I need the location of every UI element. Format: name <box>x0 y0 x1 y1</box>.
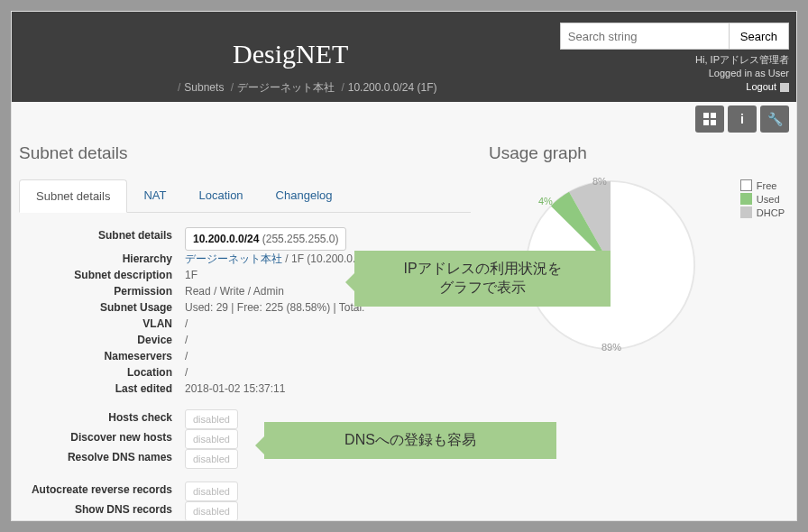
hierarchy-link[interactable]: デージーネット本社 <box>185 252 282 265</box>
breadcrumb: /Subnets /デージーネット本社 /10.200.0.0/24 (1F) <box>174 80 437 96</box>
brand-title: DesigNET <box>233 39 348 69</box>
tab-location[interactable]: Location <box>182 179 259 212</box>
legend-free: Free <box>757 180 777 191</box>
value-ns: / <box>185 348 471 364</box>
tab-nat[interactable]: NAT <box>127 179 182 212</box>
value-location: / <box>185 364 471 381</box>
tag-autorev: disabled <box>185 482 238 501</box>
pct-free: 89% <box>601 342 621 353</box>
wrench-icon[interactable]: 🔧 <box>760 105 789 133</box>
value-edited: 2018-01-02 15:37:11 <box>185 381 471 397</box>
annotation-dns: DNSへの登録も容易 <box>264 422 556 459</box>
label-hierarchy: Hierarchy <box>19 251 185 267</box>
tag-discover: disabled <box>185 429 238 449</box>
svg-rect-1 <box>711 113 716 118</box>
legend-dhcp: DHCP <box>757 207 785 218</box>
chart-legend: Free Used DHCP <box>740 179 785 220</box>
label-location: Location <box>19 364 185 381</box>
label-autorev: Autocreate reverse records <box>19 482 185 501</box>
search-input[interactable] <box>560 23 730 50</box>
view-toolbar: i 🔧 <box>692 105 789 133</box>
logout-link[interactable]: Logout <box>746 81 776 92</box>
label-vlan: VLAN <box>19 316 185 332</box>
tag-hostscheck: disabled <box>185 409 238 429</box>
subnet-cidr-badge: 10.200.0.0/24 (255.255.255.0) <box>185 227 346 251</box>
top-bar: DesigNET /Subnets /デージーネット本社 /10.200.0.0… <box>12 12 796 102</box>
value-device: / <box>185 332 471 348</box>
search-form: Search <box>560 23 789 50</box>
session-role: Logged in as User <box>695 67 789 80</box>
label-device: Device <box>19 332 185 348</box>
page-title: Subnet details <box>19 143 471 163</box>
label-ns: Nameservers <box>19 348 185 364</box>
tag-resolve: disabled <box>185 449 238 469</box>
label-resolve: Resolve DNS names <box>19 449 185 469</box>
label-permission: Permission <box>19 283 185 299</box>
pct-dhcp: 8% <box>592 176 607 187</box>
svg-rect-2 <box>703 120 709 125</box>
label-hostscheck: Hosts check <box>19 409 185 429</box>
label-desc: Subnet description <box>19 267 185 283</box>
info-icon[interactable]: i <box>728 105 757 133</box>
pct-used: 4% <box>538 196 553 206</box>
tab-changelog[interactable]: Changelog <box>260 179 349 212</box>
value-vlan: / <box>185 316 471 332</box>
annotation-graph: IPアドレスの利用状況をグラフで表示 <box>354 251 611 307</box>
search-button[interactable]: Search <box>729 23 789 50</box>
tag-showdns: disabled <box>185 501 238 521</box>
label-subnet: Subnet details <box>19 227 185 251</box>
svg-rect-0 <box>703 113 709 118</box>
logout-icon <box>780 83 789 92</box>
grid-icon[interactable] <box>695 105 724 133</box>
svg-rect-3 <box>711 120 716 125</box>
breadcrumb-subnet[interactable]: 10.200.0.0/24 (1F) <box>348 81 437 94</box>
label-showdns: Show DNS records <box>19 501 185 521</box>
session-greeting: Hi, IPアドレス管理者 <box>695 53 789 67</box>
breadcrumb-subnets[interactable]: Subnets <box>184 81 224 94</box>
label-edited: Last edited <box>19 381 185 397</box>
detail-tabs: Subnet details NAT Location Changelog <box>19 179 471 213</box>
label-usage: Subnet Usage <box>19 299 185 316</box>
label-discover: Discover new hosts <box>19 429 185 449</box>
breadcrumb-site[interactable]: デージーネット本社 <box>237 81 335 94</box>
tab-subnet-details[interactable]: Subnet details <box>19 179 127 213</box>
legend-used: Used <box>757 194 780 205</box>
session-info: Hi, IPアドレス管理者 Logged in as User Logout <box>695 53 789 94</box>
chart-title: Usage graph <box>489 143 789 163</box>
